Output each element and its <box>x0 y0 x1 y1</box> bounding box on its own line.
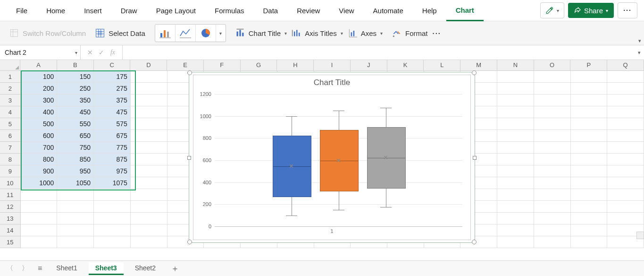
cell[interactable]: 150 <box>57 71 94 83</box>
resize-handle[interactable] <box>472 70 477 75</box>
all-sheets-button[interactable]: ≡ <box>35 264 45 273</box>
row-header[interactable]: 7 <box>0 142 21 154</box>
chart-title-button[interactable]: Chart Title ▾ <box>235 28 287 38</box>
column-header[interactable]: Q <box>607 60 644 70</box>
cell[interactable] <box>534 95 571 106</box>
row-header[interactable]: 5 <box>0 118 21 130</box>
cell[interactable] <box>131 189 167 201</box>
cell[interactable] <box>497 236 534 248</box>
cell[interactable] <box>571 201 608 213</box>
cell[interactable] <box>94 189 131 201</box>
cell[interactable] <box>571 224 608 236</box>
cell[interactable] <box>497 142 534 154</box>
menu-automate[interactable]: Automate <box>364 0 413 21</box>
cell[interactable] <box>21 236 58 248</box>
cell[interactable]: 475 <box>94 106 131 118</box>
cell[interactable] <box>607 165 644 177</box>
column-header[interactable]: E <box>167 60 204 70</box>
cell[interactable] <box>607 83 644 95</box>
column-header[interactable]: M <box>460 60 497 70</box>
row-header[interactable]: 14 <box>0 224 21 236</box>
cell[interactable]: 550 <box>57 118 94 130</box>
column-header[interactable]: O <box>534 60 571 70</box>
cell[interactable]: 875 <box>94 154 131 165</box>
menu-insert[interactable]: Insert <box>75 0 111 21</box>
row-header[interactable]: 11 <box>0 189 21 201</box>
menu-view[interactable]: View <box>329 0 363 21</box>
row-header[interactable]: 1 <box>0 71 21 83</box>
resize-handle[interactable] <box>472 240 477 244</box>
cell[interactable] <box>607 95 644 106</box>
column-header[interactable]: P <box>570 60 607 70</box>
row-header[interactable]: 13 <box>0 213 21 224</box>
column-header[interactable]: B <box>57 60 94 70</box>
cell[interactable] <box>534 213 571 224</box>
cell[interactable] <box>571 130 608 142</box>
row-header[interactable]: 15 <box>0 236 21 248</box>
more-options-button[interactable]: ··· <box>618 2 637 18</box>
cell[interactable] <box>571 189 608 201</box>
cell[interactable]: 1000 <box>21 177 58 189</box>
cell[interactable] <box>534 177 571 189</box>
cell[interactable] <box>571 165 608 177</box>
row-header[interactable]: 9 <box>0 165 21 177</box>
menu-review[interactable]: Review <box>287 0 329 21</box>
cell[interactable]: 275 <box>94 83 131 95</box>
row-header[interactable]: 12 <box>0 201 21 213</box>
cell[interactable] <box>21 224 58 236</box>
column-header[interactable]: D <box>130 60 167 70</box>
cell[interactable] <box>497 83 534 95</box>
cell[interactable] <box>534 165 571 177</box>
cell[interactable] <box>534 118 571 130</box>
column-header[interactable]: K <box>387 60 424 70</box>
cell[interactable] <box>497 95 534 106</box>
cell[interactable] <box>131 142 167 154</box>
name-box[interactable]: Chart 2 ▾ <box>0 45 81 60</box>
cell[interactable] <box>571 106 608 118</box>
cell[interactable] <box>131 130 167 142</box>
chart-object[interactable]: Chart Title 020040060080010001200✕✕✕ 1 <box>189 72 475 243</box>
chart-title[interactable]: Chart Title <box>193 78 470 87</box>
cell[interactable]: 1050 <box>57 177 94 189</box>
cell[interactable]: 700 <box>21 142 58 154</box>
cell[interactable] <box>571 154 608 165</box>
cell[interactable] <box>571 95 608 106</box>
cell[interactable]: 350 <box>57 95 94 106</box>
cell[interactable]: 500 <box>21 118 58 130</box>
row-header[interactable]: 10 <box>0 177 21 189</box>
column-header[interactable]: C <box>94 60 131 70</box>
cell[interactable] <box>131 71 167 83</box>
sheet-tab[interactable]: Sheet1 <box>50 262 84 275</box>
bar-chart-type-icon[interactable] <box>155 25 176 42</box>
cell[interactable]: 100 <box>21 71 58 83</box>
cell[interactable] <box>497 213 534 224</box>
cell[interactable] <box>131 95 167 106</box>
sheet-tab[interactable]: Sheet3 <box>89 262 124 275</box>
cell[interactable]: 375 <box>94 95 131 106</box>
chart-type-more[interactable]: ▾ <box>216 25 226 42</box>
column-header[interactable]: L <box>424 60 460 70</box>
cell[interactable] <box>21 213 58 224</box>
row-header[interactable]: 4 <box>0 106 21 118</box>
cell[interactable]: 1075 <box>94 177 131 189</box>
cell[interactable] <box>607 118 644 130</box>
cell[interactable] <box>607 142 644 154</box>
cell[interactable] <box>131 106 167 118</box>
sheet-nav-prev[interactable]: 〈 <box>5 264 15 273</box>
pie-chart-type-icon[interactable] <box>196 25 216 42</box>
cell[interactable]: 600 <box>21 130 58 142</box>
cell[interactable] <box>57 224 94 236</box>
cell[interactable]: 800 <box>21 154 58 165</box>
cell[interactable] <box>571 213 608 224</box>
cell[interactable] <box>534 142 571 154</box>
chart-type-gallery[interactable]: ▾ <box>155 24 226 42</box>
cell[interactable] <box>21 201 58 213</box>
cell[interactable] <box>131 224 167 236</box>
cell[interactable] <box>131 213 167 224</box>
menu-page-layout[interactable]: Page Layout <box>147 0 205 21</box>
cell[interactable]: 575 <box>94 118 131 130</box>
cell[interactable] <box>497 118 534 130</box>
formula-input[interactable] <box>123 46 635 59</box>
spreadsheet-grid[interactable]: ABCDEFGHIJKLMNOPQ 1100150175220025027533… <box>0 60 644 255</box>
sheet-nav-next[interactable]: 〉 <box>20 264 30 273</box>
